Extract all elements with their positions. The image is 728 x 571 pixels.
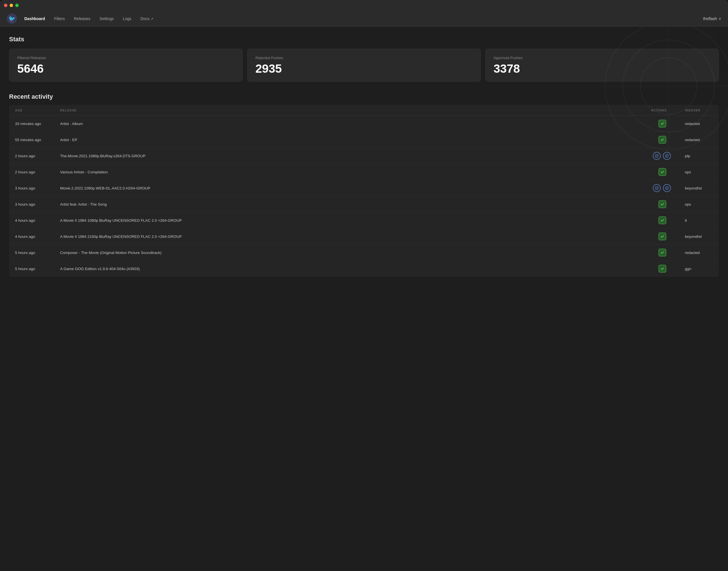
cell-release: Various Artists - Compilation <box>54 164 645 180</box>
table-row: 3 hours agoArtist feat. Artist - The Son… <box>9 196 719 212</box>
cell-indexer: tl <box>679 212 719 229</box>
approved-icon[interactable] <box>658 168 666 176</box>
activity-title: Recent activity <box>9 93 719 100</box>
actions-container <box>651 152 674 160</box>
actions-container <box>651 120 674 128</box>
svg-line-6 <box>655 155 658 157</box>
cell-age: 3 hours ago <box>9 196 54 212</box>
maximize-button[interactable] <box>15 4 19 7</box>
cell-actions <box>645 148 679 164</box>
cell-release: A Movie II 1984 2160p BluRay UNCENSORED … <box>54 229 645 245</box>
activity-section: Recent activity AGE RELEASE ACTIONS INDE… <box>9 93 719 277</box>
svg-line-10 <box>655 187 658 189</box>
cell-release: Artist - EP <box>54 132 645 148</box>
cell-actions <box>645 212 679 229</box>
table-row: 5 hours agoComposer - The Movie (Origina… <box>9 245 719 261</box>
nav-link-settings[interactable]: Settings <box>96 15 118 23</box>
actions-container <box>651 136 674 144</box>
approved-icon[interactable] <box>658 232 666 240</box>
table-header-row: AGE RELEASE ACTIONS INDEXER <box>9 105 719 116</box>
col-header-release: RELEASE <box>54 105 645 116</box>
stats-title: Stats <box>9 36 719 43</box>
cell-actions <box>645 180 679 196</box>
cell-release: A Game GOG Edition v1.9.6-404-504u (4350… <box>54 261 645 277</box>
table-row: 5 hours agoA Game GOG Edition v1.9.6-404… <box>9 261 719 277</box>
titlebar <box>0 0 728 11</box>
rejected-icon[interactable] <box>653 184 661 192</box>
cell-age: 3 hours ago <box>9 180 54 196</box>
cell-indexer: ggn <box>679 261 719 277</box>
approved-icon[interactable] <box>658 216 666 224</box>
cell-indexer: ops <box>679 164 719 180</box>
nav-logo[interactable]: 🐦 <box>7 14 17 24</box>
nav-link-filters[interactable]: Filters <box>50 15 69 23</box>
nav-link-releases[interactable]: Releases <box>70 15 94 23</box>
approved-icon[interactable] <box>658 249 666 256</box>
nav-link-docs[interactable]: Docs <box>137 15 157 23</box>
cell-age: 4 hours ago <box>9 212 54 229</box>
table-row: 4 hours agoA Movie II 1984 2160p BluRay … <box>9 229 719 245</box>
app-window: 🐦 Dashboard Filters Releases Settings Lo… <box>0 0 728 571</box>
actions-container <box>651 265 674 273</box>
actions-container <box>651 200 674 208</box>
cell-indexer: beyondhd <box>679 180 719 196</box>
cell-age: 4 hours ago <box>9 229 54 245</box>
cell-release: A Movie II 1984 1080p BluRay UNCENSORED … <box>54 212 645 229</box>
main-content: Stats Filtered Releases 5646 Rejected Pu… <box>0 27 728 571</box>
nav-links: Dashboard Filters Releases Settings Logs… <box>20 15 703 23</box>
rejected-pushes-label: Rejected Pushes <box>255 56 473 60</box>
cell-release: Artist feat. Artist - The Song <box>54 196 645 212</box>
col-header-actions: ACTIONS <box>645 105 679 116</box>
rejected-icon[interactable] <box>663 184 671 192</box>
actions-container <box>651 168 674 176</box>
approved-icon[interactable] <box>658 265 666 273</box>
cell-age: 5 hours ago <box>9 261 54 277</box>
table-row: 2 hours agoThe.Movie.2021.1080p.BluRay.x… <box>9 148 719 164</box>
filtered-releases-label: Filtered Releases <box>17 56 234 60</box>
table-row: 4 hours agoA Movie II 1984 1080p BluRay … <box>9 212 719 229</box>
table-row: 33 minutes agoArtist - Album redacted <box>9 116 719 132</box>
table-row: 2 hours agoVarious Artists - Compilation… <box>9 164 719 180</box>
cell-age: 2 hours ago <box>9 148 54 164</box>
stats-grid: Filtered Releases 5646 Rejected Pushes 2… <box>9 49 719 82</box>
rejected-icon[interactable] <box>663 152 671 160</box>
cell-indexer: beyondhd <box>679 229 719 245</box>
logo-icon: 🐦 <box>7 14 17 24</box>
cell-release: Artist - Album <box>54 116 645 132</box>
filtered-releases-value: 5646 <box>17 63 234 75</box>
cell-age: 55 minutes ago <box>9 132 54 148</box>
cell-indexer: redacted <box>679 132 719 148</box>
cell-release: Composer - The Movie (Original Motion Pi… <box>54 245 645 261</box>
table-row: 3 hours agoMovie.2.2022.1080p.WEB-DL.AAC… <box>9 180 719 196</box>
cell-indexer: ops <box>679 196 719 212</box>
cell-age: 5 hours ago <box>9 245 54 261</box>
actions-container <box>651 184 674 192</box>
approved-icon[interactable] <box>658 136 666 144</box>
nav-user[interactable]: theflash ∨ <box>703 16 721 21</box>
minimize-button[interactable] <box>10 4 13 7</box>
cell-release: Movie.2.2022.1080p.WEB-DL.AAC2.0.H264-GR… <box>54 180 645 196</box>
navbar: 🐦 Dashboard Filters Releases Settings Lo… <box>0 11 728 27</box>
cell-actions <box>645 116 679 132</box>
actions-container <box>651 216 674 224</box>
cell-actions <box>645 261 679 277</box>
activity-table: AGE RELEASE ACTIONS INDEXER 33 minutes a… <box>9 105 719 277</box>
approved-pushes-label: Approved Pushes <box>494 56 711 60</box>
approved-icon[interactable] <box>658 200 666 208</box>
nav-link-dashboard[interactable]: Dashboard <box>20 15 49 23</box>
actions-container <box>651 232 674 240</box>
cell-actions <box>645 245 679 261</box>
cell-release: The.Movie.2021.1080p.BluRay.x264.DTS-GRO… <box>54 148 645 164</box>
cell-age: 33 minutes ago <box>9 116 54 132</box>
svg-line-12 <box>666 187 668 189</box>
approved-icon[interactable] <box>658 120 666 128</box>
cell-indexer: redacted <box>679 245 719 261</box>
stat-card-rejected: Rejected Pushes 2935 <box>247 49 481 82</box>
stat-card-filtered: Filtered Releases 5646 <box>9 49 243 82</box>
cell-indexer: redacted <box>679 116 719 132</box>
rejected-icon[interactable] <box>653 152 661 160</box>
approved-pushes-value: 3378 <box>494 63 711 75</box>
nav-link-logs[interactable]: Logs <box>119 15 135 23</box>
close-button[interactable] <box>4 4 7 7</box>
cell-actions <box>645 132 679 148</box>
